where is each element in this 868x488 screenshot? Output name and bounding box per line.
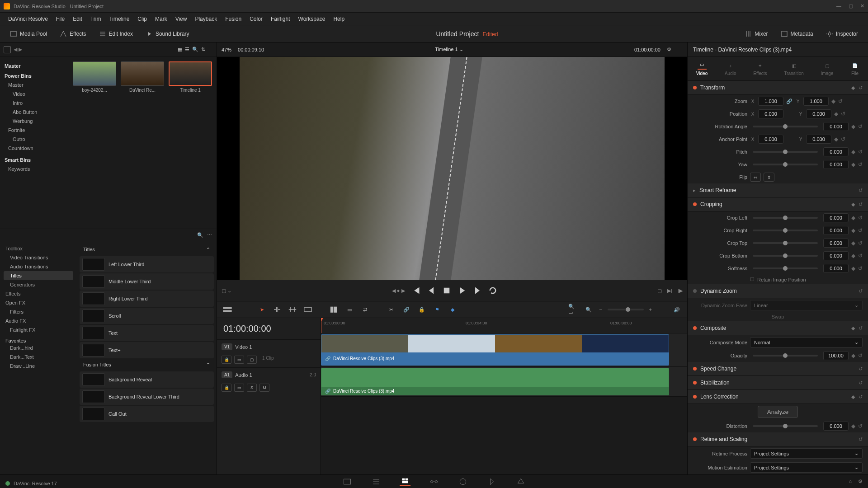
- more-icon[interactable]: ⋯: [208, 47, 213, 52]
- anchor-x-input[interactable]: 0.000: [758, 135, 783, 144]
- crop-left-slider[interactable]: [753, 217, 818, 219]
- tab-soundlib[interactable]: Sound Library: [141, 28, 194, 40]
- fav-item[interactable]: Draw...Line: [4, 361, 73, 371]
- media-page-icon[interactable]: [342, 477, 353, 486]
- reset-icon[interactable]: ↺: [858, 123, 863, 130]
- rotation-input[interactable]: 0.000: [823, 122, 849, 131]
- zoom-slider[interactable]: [608, 309, 644, 310]
- fav-item[interactable]: Dark...hird: [4, 343, 73, 352]
- fx-item[interactable]: Right Lower Third: [80, 291, 214, 307]
- prev-frame-icon[interactable]: [427, 286, 436, 295]
- last-clip-icon[interactable]: |▶: [678, 288, 683, 294]
- fx-node-titles[interactable]: Titles: [4, 271, 73, 280]
- crop-right-slider[interactable]: [753, 230, 818, 231]
- audio-track[interactable]: 🔗DaVinci Resolve Clips (3).mp4: [321, 367, 687, 397]
- cut-page-icon[interactable]: [371, 477, 382, 486]
- pitch-slider[interactable]: [753, 151, 818, 153]
- timeline-view-icon[interactable]: [222, 305, 232, 314]
- keyframe-icon[interactable]: ◆: [831, 98, 835, 104]
- reset-icon[interactable]: ↺: [858, 227, 863, 234]
- fx-openfx[interactable]: Open FX: [4, 298, 73, 307]
- anchor-y-input[interactable]: 0.000: [806, 135, 831, 144]
- timeline-tracks[interactable]: 01:00:00:00 01:00:04:00 01:00:08:00 🔗DaV…: [321, 318, 687, 474]
- bin-item[interactable]: Master: [5, 80, 64, 89]
- color-page-icon[interactable]: [458, 477, 468, 486]
- reset-icon[interactable]: ↺: [858, 161, 863, 168]
- menu-file[interactable]: File: [52, 14, 68, 24]
- blade-tool-icon[interactable]: [303, 305, 313, 314]
- distortion-slider[interactable]: [753, 425, 818, 427]
- insert-icon[interactable]: ▊▊: [329, 305, 339, 314]
- reset-icon[interactable]: ↺: [841, 136, 845, 142]
- viewer-mode-icon[interactable]: ▢ ⌄: [222, 288, 231, 294]
- flag-icon[interactable]: ⚑: [432, 305, 442, 314]
- crop-bottom-input[interactable]: 0.000: [823, 251, 849, 260]
- pool-layout-icon[interactable]: [4, 46, 11, 53]
- keyframe-icon[interactable]: ◆: [851, 123, 855, 130]
- tab-mixer[interactable]: Mixer: [740, 28, 772, 40]
- analyze-button[interactable]: Analyze: [758, 406, 798, 418]
- next-frame-icon[interactable]: [473, 286, 482, 295]
- menu-view[interactable]: View: [172, 14, 191, 24]
- a1-badge[interactable]: A1: [222, 371, 232, 378]
- tab-file[interactable]: 📄File: [848, 60, 862, 78]
- zoom-out-icon[interactable]: −: [599, 307, 602, 312]
- menu-playback[interactable]: Playback: [191, 14, 221, 24]
- menu-clip[interactable]: Clip: [134, 14, 151, 24]
- thumb-view-icon[interactable]: ▦: [178, 47, 182, 52]
- search-icon[interactable]: 🔍: [192, 47, 198, 52]
- bin-item[interactable]: Video: [5, 89, 64, 99]
- fx-fairlightfx[interactable]: Fairlight FX: [4, 325, 73, 334]
- tab-audio[interactable]: ♪Audio: [722, 60, 739, 78]
- loop-icon[interactable]: [488, 286, 497, 295]
- section-composite[interactable]: Composite◆↺: [688, 321, 868, 335]
- yaw-input[interactable]: 0.000: [823, 160, 849, 169]
- ease-dropdown[interactable]: Linear⌄: [750, 300, 863, 310]
- keyframe-icon[interactable]: ◆: [851, 265, 855, 272]
- fx-node[interactable]: Generators: [4, 280, 73, 289]
- section-dynamic-zoom[interactable]: Dynamic Zoom↺: [688, 284, 868, 298]
- rotation-slider[interactable]: [753, 126, 818, 127]
- fx-item[interactable]: Call Out: [80, 406, 214, 422]
- keyframe-icon[interactable]: ◆: [851, 240, 855, 246]
- bin-item[interactable]: Abo Button: [5, 108, 64, 117]
- link-icon[interactable]: 🔗: [401, 305, 411, 314]
- menu-davinci[interactable]: DaVinci Resolve: [5, 14, 52, 24]
- chevron-up-icon[interactable]: ⌃: [206, 247, 210, 253]
- retime-process-dropdown[interactable]: Project Settings⌄: [750, 448, 863, 459]
- flip-h-button[interactable]: ⇔: [750, 173, 761, 182]
- fx-item[interactable]: Background Reveal Lower Third: [80, 389, 214, 405]
- menu-trim[interactable]: Trim: [87, 14, 105, 24]
- menu-fairlight[interactable]: Fairlight: [267, 14, 294, 24]
- lock-icon[interactable]: 🔒: [417, 305, 427, 314]
- flip-v-button[interactable]: ⇕: [764, 173, 774, 182]
- bin-keywords[interactable]: Keywords: [5, 164, 64, 174]
- keyframe-icon[interactable]: ◆: [851, 215, 855, 221]
- section-lens[interactable]: Lens Correction◆↺: [688, 390, 868, 404]
- pos-x-input[interactable]: 0.000: [758, 109, 783, 118]
- timeline-timecode[interactable]: 01:00:00:00: [217, 318, 321, 339]
- section-stab[interactable]: Stabilization↺: [688, 376, 868, 390]
- menu-mark[interactable]: Mark: [151, 14, 171, 24]
- close-icon[interactable]: ✕: [860, 3, 864, 9]
- fx-item[interactable]: Scroll: [80, 308, 214, 324]
- bin-item[interactable]: Outro: [5, 135, 64, 144]
- softness-input[interactable]: 0.000: [823, 264, 849, 273]
- opacity-slider[interactable]: [753, 355, 818, 357]
- sort-icon[interactable]: ⇅: [201, 47, 205, 52]
- keyframe-icon[interactable]: ◆: [851, 161, 855, 168]
- fx-node[interactable]: Video Transitions: [4, 253, 73, 262]
- keyframe-icon[interactable]: ◆: [851, 149, 855, 155]
- viewer[interactable]: ▢ ⌄ ◀ ● ▶ ▢ ▶| |▶: [217, 57, 687, 301]
- reset-icon[interactable]: ↺: [858, 265, 863, 272]
- section-cropping[interactable]: Cropping◆↺: [688, 197, 868, 211]
- crop-top-input[interactable]: 0.000: [823, 239, 849, 248]
- fav-item[interactable]: Dark...Text: [4, 352, 73, 361]
- first-frame-icon[interactable]: [411, 286, 420, 295]
- fusion-page-icon[interactable]: [429, 477, 439, 486]
- overwrite-icon[interactable]: ▭: [344, 305, 354, 314]
- bin-item[interactable]: Countdown: [5, 144, 64, 153]
- keyframe-icon[interactable]: ◆: [851, 253, 855, 259]
- pos-y-input[interactable]: 0.000: [806, 109, 831, 118]
- replace-icon[interactable]: ⇄: [360, 305, 370, 314]
